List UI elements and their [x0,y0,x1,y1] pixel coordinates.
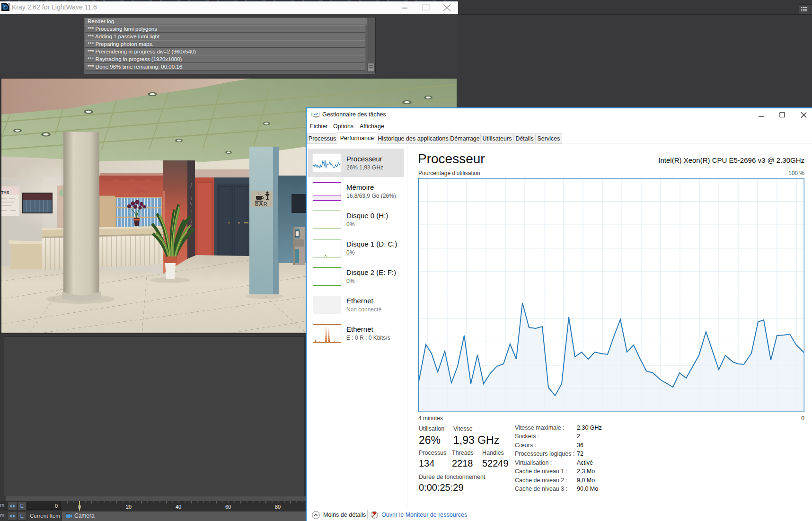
svg-text:40: 40 [176,504,181,510]
svg-text:TYS: TYS [1,190,9,195]
svg-text:Coffee: Coffee [133,188,149,194]
svg-text:20: 20 [126,504,132,510]
svg-text:60: 60 [225,504,231,510]
svg-text:0: 0 [78,504,81,510]
svg-text:80: 80 [275,504,281,510]
svg-text:BAR: BAR [255,201,268,207]
